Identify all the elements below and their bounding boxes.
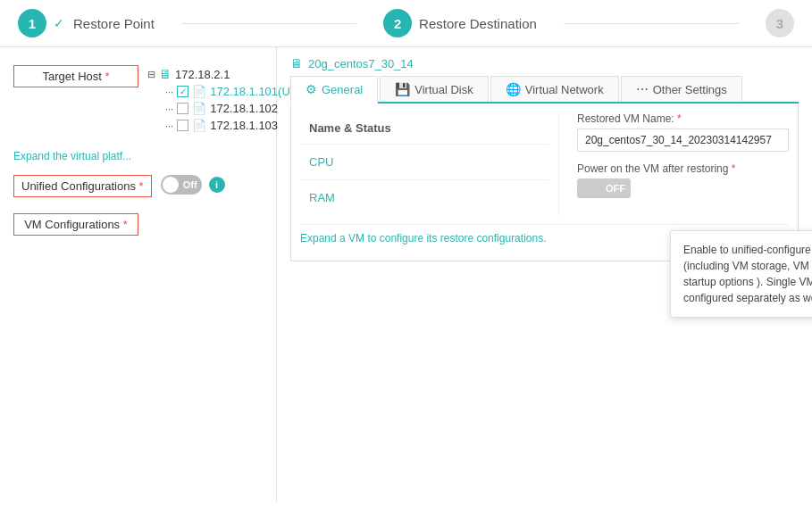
checkbox-2[interactable] [177,120,188,131]
vm-icon-0: 📄 [192,85,206,98]
other-tab-label: Other Settings [653,83,727,96]
vm-tab-header[interactable]: 🖥 20g_centos7_30_14 [290,56,799,71]
step-3-number: 3 [776,16,783,31]
power-on-toggle[interactable]: OFF [577,178,631,198]
vm-config-row: VM Configurations * [13,213,263,236]
expand-platform-hint: Expand the virtual platf... [13,150,263,162]
tab-other-settings[interactable]: ⋯ Other Settings [621,76,742,102]
step-divider-1 [181,23,356,24]
cpu-label: CPU [309,155,333,169]
info-icon[interactable]: i [209,177,225,193]
tab-virtual-network[interactable]: 🌐 Virtual Network [490,76,619,102]
disk-tab-icon: 💾 [395,82,410,96]
right-panel: Enable to unified-configure multiple VMs… [277,47,812,502]
main-content: Target Host * ⊟ 🖥 172.18.2.1 ··· ✓ 📄 172… [0,47,812,502]
toggle-off-label: Off [183,179,197,190]
left-panel: Target Host * ⊟ 🖥 172.18.2.1 ··· ✓ 📄 172… [0,47,277,502]
target-host-required: * [105,70,110,83]
config-sections: Name & Status CPU RAM Restored VM Name: … [300,112,789,215]
network-tab-icon: 🌐 [506,82,521,96]
power-on-row: Power on the VM after restoring * OFF [577,162,789,198]
general-tab-icon: ⚙ [306,82,317,96]
unified-config-toggle-wrap: Off i [161,175,225,195]
restored-vm-name-row: Restored VM Name: * [577,112,789,152]
server-icon: 🖥 [159,67,172,81]
vm-icon-2: 📄 [192,119,206,132]
restored-vm-name-required: * [677,112,682,125]
name-status-label: Name & Status [309,121,391,135]
step-2: 2 Restore Destination [383,9,537,37]
expand-icon-0: ··· [165,87,173,97]
disk-tab-label: Virtual Disk [414,83,473,96]
vm-tab-icon: 🖥 [290,56,303,71]
tooltip-text: Enable to unified-configure multiple VMs… [683,244,812,304]
restored-vm-name-label: Restored VM Name: * [577,112,789,125]
network-tab-label: Virtual Network [525,83,604,96]
ram-section[interactable]: RAM [300,180,549,215]
unified-config-label: Unified Configurations [21,179,136,193]
tooltip-box: Enable to unified-configure multiple VMs… [670,230,812,318]
unified-config-label-box: Unified Configurations * [13,175,152,197]
step-2-number: 2 [394,16,401,31]
step-3-circle: 3 [766,9,794,37]
ram-label: RAM [309,191,335,204]
vm-config-required: * [123,218,128,231]
target-host-label-box: Target Host * [13,65,138,87]
unified-config-row: Unified Configurations * Off i [13,175,263,197]
checkbox-0[interactable]: ✓ [177,86,188,97]
cpu-section[interactable]: CPU [300,145,549,180]
step-3: 3 [766,9,794,37]
vm-icon-1: 📄 [192,102,206,115]
step-1-circle: 1 [18,9,46,37]
step-2-circle: 2 [383,9,412,37]
step-1-label: Restore Point [73,16,155,31]
tab-general[interactable]: ⚙ General [290,76,378,104]
step-divider-2 [564,23,739,24]
steps-bar: 1 ✓ Restore Point 2 Restore Destination … [0,0,812,47]
vm-ip-1: 172.18.1.102 [210,102,278,115]
root-ip: 172.18.2.1 [175,68,230,81]
tab-virtual-disk[interactable]: 💾 Virtual Disk [380,76,489,102]
vm-config-label: VM Configurations [24,218,120,231]
config-sections-list: Name & Status CPU RAM [300,112,559,215]
vm-ip-2: 172.18.1.103 [210,119,278,132]
target-host-row: Target Host * ⊟ 🖥 172.18.2.1 ··· ✓ 📄 172… [13,65,263,134]
general-tab-label: General [322,83,363,96]
target-host-label: Target Host [42,70,101,83]
step-2-label: Restore Destination [419,16,537,31]
config-form: Restored VM Name: * Power on the VM afte… [559,112,789,215]
power-on-label: Power on the VM after restoring * [577,162,789,175]
unified-config-required: * [139,179,144,193]
unified-config-toggle[interactable]: Off [161,175,202,195]
checkbox-1[interactable] [177,103,188,114]
expand-icon-1: ··· [165,104,173,114]
power-on-state: OFF [606,183,625,194]
step-1-number: 1 [29,16,36,31]
other-tab-icon: ⋯ [636,82,649,96]
power-on-required: * [732,162,736,175]
expand-icon-2: ··· [165,120,173,131]
restored-vm-name-input[interactable] [577,129,789,152]
toggle-knob [163,177,179,193]
vm-config-label-box: VM Configurations * [13,213,138,236]
name-status-section[interactable]: Name & Status [300,112,549,145]
step-1: 1 ✓ Restore Point [18,9,155,37]
vm-tab-name: 20g_centos7_30_14 [308,57,414,71]
expand-icon: ⊟ [147,69,155,80]
config-tabs: ⚙ General 💾 Virtual Disk 🌐 Virtual Netwo… [290,76,799,104]
step-1-check: ✓ [54,16,64,30]
